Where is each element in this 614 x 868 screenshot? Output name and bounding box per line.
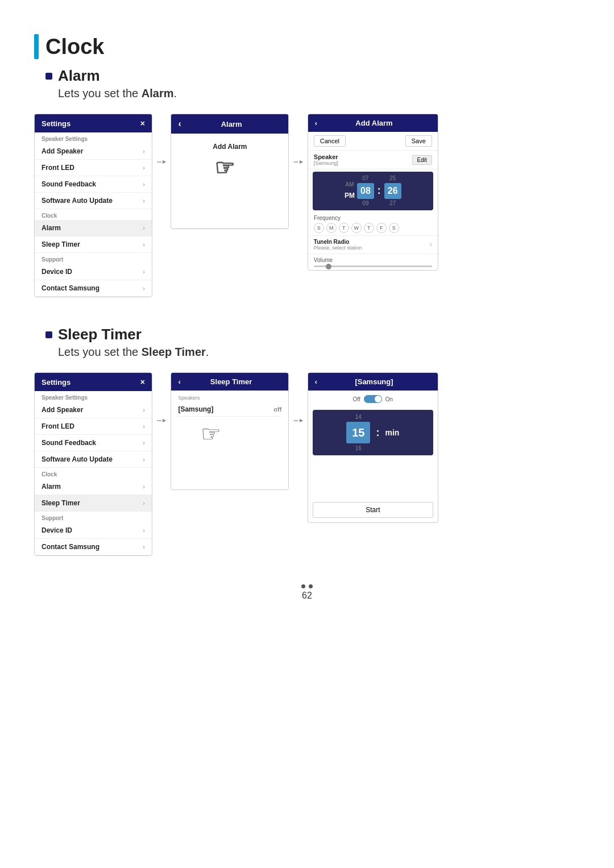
- close-icon-sleep[interactable]: ×: [140, 377, 145, 387]
- settings-title-sleep: Settings: [42, 378, 70, 387]
- alarm-subsection: Alarm Lets you set the Alarm. Settings ×…: [34, 67, 580, 297]
- dot-1: [301, 584, 305, 588]
- save-button[interactable]: Save: [405, 135, 432, 147]
- samsung-header: ‹ [Samsung]: [308, 373, 438, 391]
- frequency-row: Frequency S M T W T F S: [308, 213, 438, 236]
- alarm-header-title: Alarm: [221, 120, 242, 128]
- frequency-days: S M T W T F S: [314, 223, 432, 233]
- speaker-row: Speaker [Samsung] Edit: [308, 151, 438, 169]
- hand-cursor-sleep-icon: ☞: [201, 422, 221, 445]
- toggle-off-label: Off: [353, 396, 360, 402]
- section-title-text: Clock: [45, 35, 104, 59]
- tunein-chevron-icon: ›: [430, 240, 432, 248]
- chevron-icon: ›: [143, 483, 145, 490]
- settings-panel-alarm: Settings × Speaker Settings Add Speaker …: [34, 114, 152, 297]
- chevron-icon: ›: [143, 456, 145, 463]
- subsection-dot-icon-sleep: [45, 331, 52, 338]
- sleep-unit-label: min: [385, 428, 399, 437]
- time-picker: AM PM 07 08 09 : 25 26 27: [313, 172, 433, 210]
- chevron-icon: ›: [143, 439, 145, 446]
- settings-item-sound-feedback[interactable]: Sound Feedback ›: [35, 176, 152, 193]
- arrow-connector-1: ••• ▶: [152, 159, 171, 164]
- settings-item-alarm-sleep[interactable]: Alarm ›: [35, 479, 152, 495]
- tunein-row[interactable]: TuneIn Radio Please, select station ›: [308, 236, 438, 254]
- edit-button[interactable]: Edit: [412, 155, 432, 165]
- settings-item-contact-samsung[interactable]: Contact Samsung ›: [35, 280, 152, 297]
- sleep-panels-row: Settings × Speaker Settings Add Speaker …: [34, 372, 580, 556]
- volume-row: Volume: [308, 254, 438, 270]
- sleep-time-picker: 14 15 16 : min: [313, 410, 433, 455]
- volume-thumb: [326, 264, 331, 269]
- settings-item-front-led[interactable]: Front LED ›: [35, 160, 152, 176]
- section-bar-icon: [34, 34, 39, 59]
- sleep-header-title: Sleep Timer: [210, 377, 252, 386]
- tunein-sub: Please, select station: [314, 245, 362, 251]
- close-icon[interactable]: ×: [140, 119, 145, 128]
- page-dots: [34, 584, 580, 588]
- minute-column: 25 26 27: [384, 174, 401, 208]
- group-speaker-settings-sleep: Speaker Settings: [35, 391, 152, 402]
- frequency-label: Frequency: [314, 215, 432, 221]
- settings-item-add-speaker-sleep[interactable]: Add Speaker ›: [35, 402, 152, 418]
- arrow-connector-3: ••• ▶: [152, 418, 171, 423]
- settings-item-device-id[interactable]: Device ID ›: [35, 264, 152, 280]
- chevron-icon: ›: [143, 148, 145, 155]
- samsung-header-title: [Samsung]: [355, 377, 393, 386]
- toggle-track[interactable]: [364, 395, 382, 403]
- dot-2: [309, 584, 313, 588]
- add-alarm-button[interactable]: Add Alarm ☞: [171, 134, 288, 229]
- settings-item-device-id-sleep[interactable]: Device ID ›: [35, 522, 152, 539]
- ampm-column: AM PM: [345, 180, 355, 202]
- chevron-icon: ›: [143, 164, 145, 171]
- freq-thursday[interactable]: T: [364, 223, 374, 233]
- settings-item-software-update-sleep[interactable]: Software Auto Update ›: [35, 451, 152, 468]
- settings-panel-sleep: Settings × Speaker Settings Add Speaker …: [34, 372, 152, 556]
- chevron-icon: ›: [143, 241, 145, 248]
- settings-item-add-speaker[interactable]: Add Speaker ›: [35, 143, 152, 160]
- clock-section: Clock Alarm Lets you set the Alarm. Sett…: [34, 34, 580, 556]
- freq-sunday[interactable]: S: [314, 223, 324, 233]
- start-button[interactable]: Start: [313, 502, 433, 518]
- back-arrow-sleep-icon[interactable]: ‹: [178, 377, 180, 386]
- alarm-panels-row: Settings × Speaker Settings Add Speaker …: [34, 114, 580, 297]
- settings-item-software-update[interactable]: Software Auto Update ›: [35, 193, 152, 209]
- freq-friday[interactable]: F: [376, 223, 387, 233]
- chevron-icon: ›: [143, 406, 145, 413]
- samsung-sleep-panel: ‹ [Samsung] Off On 14 15: [308, 372, 438, 523]
- back-icon[interactable]: ‹: [315, 119, 317, 127]
- sleep-hand-area: ☞: [178, 417, 281, 485]
- settings-item-sleep-timer-sleep[interactable]: Sleep Timer ›: [35, 495, 152, 512]
- tunein-label: TuneIn Radio: [314, 239, 362, 245]
- cancel-button[interactable]: Cancel: [314, 135, 346, 147]
- freq-tuesday[interactable]: T: [339, 223, 349, 233]
- chevron-icon: ›: [143, 181, 145, 188]
- volume-label: Volume: [314, 257, 432, 263]
- settings-item-front-led-sleep[interactable]: Front LED ›: [35, 418, 152, 435]
- settings-item-sound-feedback-sleep[interactable]: Sound Feedback ›: [35, 435, 152, 451]
- sleep-item-samsung[interactable]: [Samsung] off: [178, 402, 281, 417]
- chevron-icon: ›: [143, 197, 145, 204]
- speaker-label: Speaker: [314, 153, 338, 160]
- add-alarm-panel: ‹ Add Alarm Cancel Save Speaker [Samsung…: [308, 114, 438, 271]
- sleep-speakers-label: Speakers: [178, 395, 281, 401]
- hand-area: ☞: [180, 151, 279, 219]
- chevron-icon: ›: [143, 225, 145, 231]
- sleep-colon: :: [375, 427, 380, 439]
- volume-slider[interactable]: [314, 265, 432, 267]
- group-clock: Clock: [35, 209, 152, 220]
- sleep-title-text: Sleep Timer: [58, 326, 142, 343]
- freq-saturday[interactable]: S: [389, 223, 399, 233]
- settings-item-alarm[interactable]: Alarm ›: [35, 220, 152, 236]
- group-support: Support: [35, 253, 152, 264]
- samsung-empty-area: [308, 458, 438, 497]
- back-icon-samsung[interactable]: ‹: [315, 377, 317, 386]
- back-arrow-icon[interactable]: ‹: [178, 119, 181, 129]
- settings-item-sleep-timer[interactable]: Sleep Timer ›: [35, 236, 152, 253]
- sleep-body: Speakers [Samsung] off ☞: [171, 391, 288, 489]
- sleep-header: ‹ Sleep Timer: [171, 373, 288, 391]
- add-alarm-header: ‹ Add Alarm: [308, 114, 438, 132]
- speaker-value: [Samsung]: [314, 160, 338, 166]
- settings-item-contact-samsung-sleep[interactable]: Contact Samsung ›: [35, 539, 152, 555]
- freq-monday[interactable]: M: [326, 223, 337, 233]
- freq-wednesday[interactable]: W: [351, 223, 362, 233]
